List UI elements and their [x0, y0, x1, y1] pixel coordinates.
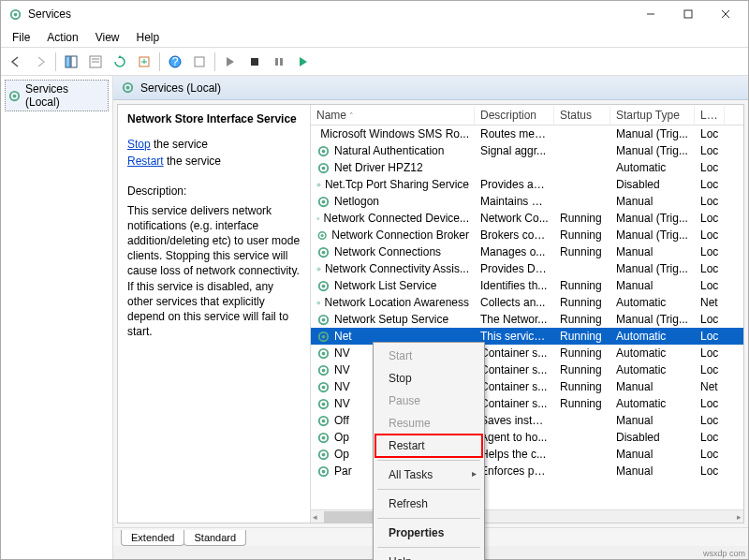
service-status: Running [554, 329, 610, 344]
table-row[interactable]: Network Connection BrokerBrokers con...R… [311, 227, 743, 243]
service-name: Network Connection Broker [331, 228, 469, 242]
table-row[interactable]: Network Setup ServiceThe Networ...Runnin… [311, 311, 743, 328]
gear-icon [316, 178, 321, 192]
ctx-restart[interactable]: Restart [375, 435, 482, 457]
filter-button[interactable] [188, 51, 211, 73]
stop-link[interactable]: Stop [127, 138, 151, 151]
menu-view[interactable]: View [88, 29, 127, 46]
gear-icon [316, 346, 330, 361]
ctx-start[interactable]: Start [375, 345, 482, 367]
start-service-button[interactable] [219, 51, 242, 73]
col-startup[interactable]: Startup Type [610, 106, 695, 125]
service-desc [475, 167, 554, 169]
svg-point-31 [322, 199, 326, 203]
col-logon[interactable]: Log [695, 106, 725, 125]
service-status [554, 436, 610, 438]
pause-service-button[interactable] [268, 51, 290, 73]
table-row[interactable]: Network Connectivity Assis...Provides Di… [311, 260, 743, 277]
minimize-button[interactable] [632, 1, 669, 27]
table-row[interactable]: NetlogonMaintains a ...ManualLoc [311, 193, 743, 210]
svg-point-45 [322, 317, 326, 321]
col-description[interactable]: Description [475, 106, 554, 125]
gear-icon [316, 296, 320, 310]
gear-icon [316, 262, 321, 276]
tab-standard[interactable]: Standard [184, 530, 246, 546]
service-status: Running [554, 396, 610, 411]
service-desc: This service ... [475, 329, 554, 344]
refresh-button[interactable] [109, 51, 131, 73]
col-name[interactable]: Name ˄ [311, 106, 475, 125]
service-name: NV [334, 397, 350, 410]
service-desc: Container s... [475, 396, 554, 411]
table-row[interactable]: Network List ServiceIdentifies th...Runn… [311, 277, 743, 294]
table-row[interactable]: Net.Tcp Port Sharing ServiceProvides abi… [311, 176, 743, 193]
close-button[interactable] [707, 1, 744, 27]
svg-text:?: ? [172, 55, 179, 68]
service-name: Off [334, 414, 349, 427]
gear-icon [316, 363, 330, 377]
menu-help[interactable]: Help [129, 29, 168, 46]
window-title: Services [28, 7, 71, 21]
ctx-stop[interactable]: Stop [375, 367, 482, 390]
export-button[interactable] [133, 51, 155, 73]
ctx-properties[interactable]: Properties [375, 522, 482, 544]
table-row[interactable]: Network ConnectionsManages o...RunningMa… [311, 243, 743, 260]
menu-file[interactable]: File [5, 29, 37, 46]
svg-point-63 [322, 469, 326, 473]
col-status[interactable]: Status [554, 106, 610, 125]
show-hide-tree-button[interactable] [60, 51, 82, 73]
gear-icon [316, 313, 330, 327]
service-startup: Manual [610, 379, 695, 394]
service-startup: Disabled [610, 177, 695, 192]
table-row[interactable]: Natural AuthenticationSignal aggr...Manu… [311, 142, 743, 159]
service-name: Network Setup Service [334, 313, 448, 326]
table-row[interactable]: Network Connected Device...Network Co...… [311, 210, 743, 227]
service-logon: Loc [695, 278, 725, 293]
service-name: NV [334, 380, 350, 393]
tree-root-services-local[interactable]: Services (Local) [5, 80, 109, 111]
gear-icon [316, 144, 330, 158]
ctx-help[interactable]: Help [375, 551, 482, 560]
table-row[interactable]: Net Driver HPZ12AutomaticLoc [311, 159, 743, 176]
svg-point-59 [322, 435, 326, 439]
svg-point-43 [318, 302, 319, 302]
svg-rect-16 [275, 58, 278, 66]
service-desc: Saves install... [475, 413, 554, 428]
restart-service-button[interactable] [292, 51, 315, 73]
table-row[interactable]: Microsoft Windows SMS Ro...Routes mes...… [311, 125, 743, 142]
service-name: Microsoft Windows SMS Ro... [320, 127, 469, 140]
maximize-button[interactable] [669, 1, 707, 27]
service-name: NV [334, 346, 350, 360]
service-desc: Network Co... [475, 211, 554, 226]
service-logon: Loc [695, 312, 725, 327]
ctx-resume[interactable]: Resume [375, 412, 482, 435]
svg-point-33 [317, 218, 318, 219]
service-name: Netlogon [334, 195, 379, 208]
service-logon: Net [695, 295, 725, 310]
ctx-all-tasks[interactable]: All Tasks [375, 464, 482, 486]
detail-pane: Network Store Interface Service Stop the… [118, 105, 311, 523]
service-logon: Loc [695, 126, 725, 141]
table-row[interactable]: Network Location AwarenessCollects an...… [311, 294, 743, 311]
svg-point-47 [322, 334, 326, 338]
service-status: Running [554, 362, 610, 377]
svg-point-51 [322, 368, 326, 372]
svg-point-27 [322, 166, 326, 169]
service-name: Par [334, 464, 352, 478]
service-logon: Loc [695, 362, 725, 377]
ctx-refresh[interactable]: Refresh [375, 493, 482, 515]
menu-action[interactable]: Action [39, 29, 85, 46]
properties-button[interactable] [84, 51, 107, 73]
service-logon: Net [695, 379, 725, 394]
service-startup: Automatic [610, 329, 695, 344]
ctx-pause[interactable]: Pause [375, 390, 482, 412]
forward-button[interactable] [29, 51, 51, 73]
tab-extended[interactable]: Extended [121, 530, 184, 546]
back-button[interactable] [5, 51, 27, 73]
service-desc: Provides abi... [475, 177, 554, 192]
help-button[interactable]: ? [164, 51, 186, 73]
service-logon: Loc [695, 143, 725, 158]
restart-link[interactable]: Restart [127, 155, 164, 168]
stop-service-button[interactable] [243, 51, 266, 73]
gear-icon [316, 228, 328, 243]
